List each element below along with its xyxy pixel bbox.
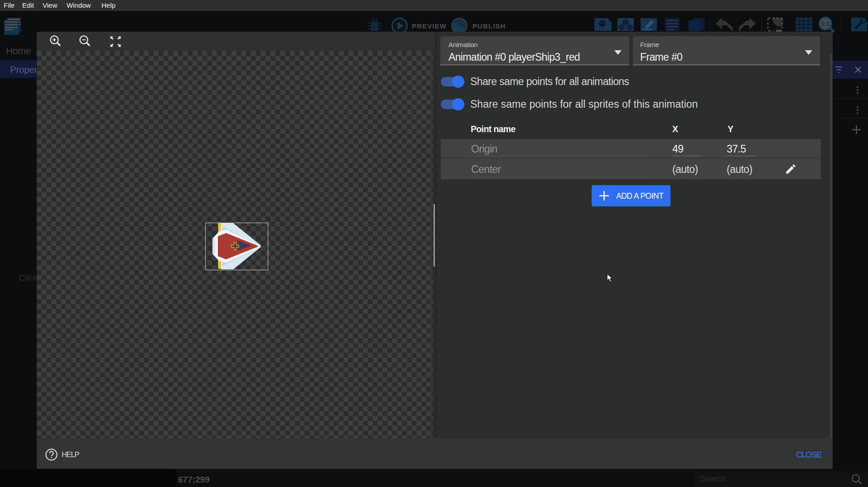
- svg-text:1:1: 1:1: [821, 20, 830, 27]
